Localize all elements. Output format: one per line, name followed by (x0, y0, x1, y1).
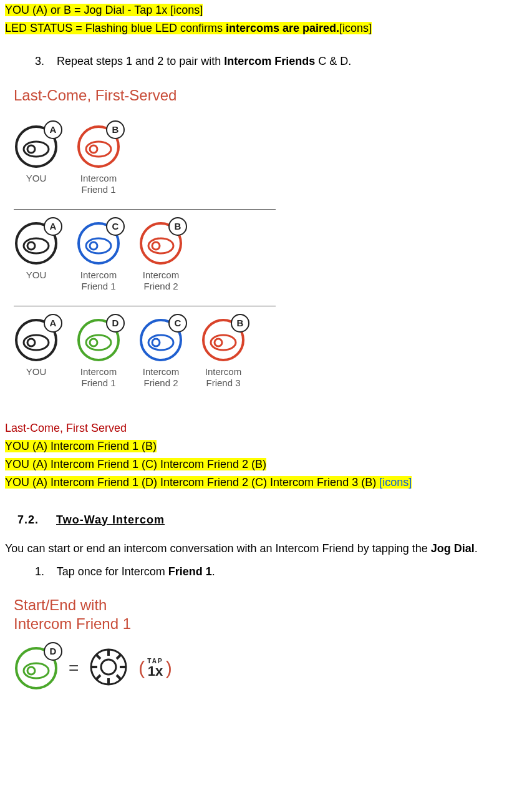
hl-row3-icons: [icons] (379, 476, 412, 489)
step1-c: . (212, 565, 215, 578)
svg-point-11 (90, 242, 97, 250)
unit-friend2-b: B Intercom Friend 2 (138, 221, 183, 292)
section-number: 7.2. (17, 514, 39, 526)
open-paren: ( (138, 658, 145, 679)
hl-row-2: YOU (A) Intercom Friend 1 (C) Intercom F… (5, 456, 527, 472)
unit-you-a-2: A YOU (14, 221, 59, 281)
headset-d-icon: D (14, 646, 59, 691)
step-3: 3. Repeat steps 1 and 2 to pair with Int… (35, 55, 527, 68)
para-a: You can start or end an intercom convers… (5, 542, 431, 555)
step3-number: 3. (35, 55, 54, 68)
equation-row: D = (5, 646, 527, 691)
step3-text-c: C & D. (315, 55, 351, 67)
jog-dial-icon (89, 647, 128, 689)
hl2-prefix: LED STATUS = Flashing blue LED confirms (5, 22, 226, 34)
badge-a: A (44, 120, 62, 139)
svg-point-23 (152, 339, 160, 346)
svg-point-2 (27, 145, 35, 153)
badge-a: A (44, 217, 62, 236)
pairing-diagram: Last-Come, First-Served A YOU (5, 87, 527, 399)
diagram-separator-1 (14, 209, 276, 210)
step1-b: Friend 1 (168, 565, 212, 578)
close-paren: ) (166, 658, 172, 679)
badge-a: A (44, 314, 62, 333)
svg-line-38 (117, 655, 121, 659)
svg-point-5 (90, 145, 97, 153)
label-you: YOU (26, 173, 47, 184)
step3-text-b: Intercom Friends (224, 55, 315, 67)
start-end-diagram: Start/End with Intercom Friend 1 D = (5, 596, 527, 691)
tap-1x-label: ( TAP 1x ) (138, 658, 172, 679)
highlight-line-2: LED STATUS = Flashing blue LED confirms … (5, 20, 527, 36)
label-if3: Intercom Friend 3 (205, 366, 241, 389)
svg-point-29 (27, 667, 35, 674)
label-if1: Intercom Friend 1 (80, 366, 117, 389)
diagram-row-1: A YOU B Intercom Friend 1 (5, 117, 527, 205)
hl1-text: YOU (A) or B = Jog Dial - Tap 1x (5, 4, 170, 16)
badge-b: B (106, 120, 125, 139)
equals-sign: = (69, 658, 79, 678)
diagram-title: Last-Come, First-Served (14, 87, 527, 104)
tap-text-bot: 1x (148, 664, 163, 678)
diagram-separator-2 (14, 306, 276, 306)
highlight-line-1: YOU (A) or B = Jog Dial - Tap 1x [icons] (5, 2, 527, 18)
unit-friend1-d: D Intercom Friend 1 (76, 318, 121, 389)
step3-text-a: Repeat steps 1 and 2 to pair with (57, 55, 224, 67)
svg-point-8 (27, 242, 35, 250)
unit-friend1-c: C Intercom Friend 1 (76, 221, 121, 292)
badge-c: C (106, 217, 125, 236)
badge-b: B (168, 217, 187, 236)
para-c: . (475, 542, 478, 555)
label-if2: Intercom Friend 2 (143, 270, 179, 292)
svg-line-36 (117, 675, 121, 679)
label-you: YOU (26, 366, 47, 377)
section-paragraph: You can start or end an intercom convers… (5, 540, 527, 557)
label-if2: Intercom Friend 2 (143, 366, 179, 389)
para-b: Jog Dial (431, 542, 475, 555)
badge-c: C (168, 314, 187, 333)
svg-point-14 (152, 242, 160, 250)
start-end-title-l2: Intercom Friend 1 (14, 615, 131, 632)
svg-line-37 (96, 675, 100, 679)
label-if1: Intercom Friend 1 (80, 173, 117, 195)
diagram-row-3: A YOU D Intercom Friend 1 (5, 310, 527, 399)
unit-friend1-b: B Intercom Friend 1 (76, 124, 121, 195)
unit-friend3-b: B Intercom Friend 3 (201, 318, 246, 389)
hl-row-1: YOU (A) Intercom Friend 1 (B) (5, 438, 527, 454)
badge-d: D (106, 314, 125, 333)
step1-number: 1. (35, 565, 54, 578)
hl-row3-text: YOU (A) Intercom Friend 1 (D) Intercom F… (5, 476, 379, 489)
step1-a: Tap once for Intercom (57, 565, 168, 578)
unit-friend2-c: C Intercom Friend 2 (138, 318, 183, 389)
section-heading: 7.2.Two-Way Intercom (17, 514, 527, 527)
hl-row-3: YOU (A) Intercom Friend 1 (D) Intercom F… (5, 474, 527, 490)
start-end-title-l1: Start/End with (14, 596, 107, 613)
step-1: 1. Tap once for Intercom Friend 1. (35, 565, 527, 578)
svg-line-35 (96, 655, 100, 659)
label-you: YOU (26, 270, 47, 281)
hl1-icons: [icons] (170, 4, 203, 16)
red-subtitle: Last-Come, First Served (5, 420, 527, 436)
document-page: YOU (A) or B = Jog Dial - Tap 1x [icons]… (0, 2, 532, 808)
unit-you-a: A YOU (14, 124, 59, 184)
svg-point-26 (215, 339, 222, 346)
badge-d: D (44, 642, 62, 661)
section-title: Two-Way Intercom (56, 514, 165, 526)
start-end-title: Start/End with Intercom Friend 1 (14, 596, 527, 633)
label-if1: Intercom Friend 1 (80, 270, 117, 292)
svg-point-17 (27, 339, 35, 346)
hl2-icons: [icons] (339, 22, 372, 34)
svg-point-39 (101, 660, 116, 674)
diagram-row-2: A YOU C Intercom Friend 1 (5, 213, 527, 302)
unit-you-a-3: A YOU (14, 318, 59, 377)
svg-point-20 (90, 339, 97, 346)
badge-b: B (231, 314, 249, 333)
hl2-bold: intercoms are paired. (226, 22, 339, 34)
